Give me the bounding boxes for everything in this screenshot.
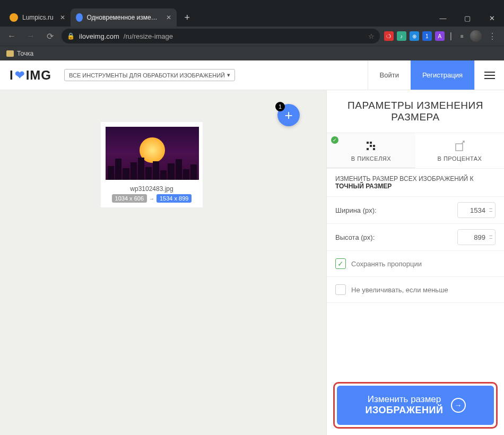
extension-icon[interactable]: 1 bbox=[422, 31, 432, 41]
height-input[interactable]: 899 bbox=[457, 229, 496, 245]
height-label: Высота (px): bbox=[335, 233, 375, 241]
window-controls: — ▢ ✕ bbox=[431, 10, 504, 27]
auth-block: Войти Регистрация bbox=[368, 60, 504, 90]
percent-icon bbox=[415, 141, 504, 152]
svg-rect-2 bbox=[373, 145, 375, 147]
tab-pixels[interactable]: ✓ В ПИКСЕЛЯХ bbox=[327, 133, 415, 168]
heart-icon: ❤ bbox=[15, 68, 25, 82]
aspect-ratio-row: ✓ Сохранять пропорции bbox=[327, 251, 504, 277]
tab-percent[interactable]: В ПРОЦЕНТАХ bbox=[415, 133, 504, 168]
forward-button[interactable]: → bbox=[23, 29, 38, 44]
arrow-right-icon: → bbox=[149, 196, 154, 202]
height-row: Высота (px): 899 bbox=[327, 224, 504, 251]
canvas: + 1 wp3102483.jpg 1034 x 606 → 1534 x 89… bbox=[0, 90, 326, 435]
cta-line1: Изменить размер bbox=[366, 394, 444, 405]
work-area: + 1 wp3102483.jpg 1034 x 606 → 1534 x 89… bbox=[0, 90, 504, 435]
svg-rect-3 bbox=[367, 148, 369, 150]
bookmark-item[interactable]: Точка bbox=[17, 50, 33, 57]
tab-title: Lumpics.ru bbox=[22, 14, 54, 21]
no-upscale-checkbox[interactable] bbox=[335, 284, 346, 295]
url-input[interactable]: 🔒 iloveimg.com/ru/resize-image ☆ bbox=[62, 29, 380, 44]
check-icon: ✓ bbox=[331, 136, 338, 144]
sidebar: ПАРАМЕТРЫ ИЗМЕНЕНИЯ РАЗМЕРА ✓ В ПИКСЕЛЯХ… bbox=[326, 90, 504, 435]
extension-icon[interactable]: A bbox=[435, 31, 445, 41]
section-strong: ТОЧНЫЙ РАЗМЕР bbox=[335, 182, 392, 190]
close-tab-icon[interactable]: ✕ bbox=[166, 14, 171, 21]
svg-rect-0 bbox=[367, 142, 369, 144]
svg-rect-5 bbox=[373, 148, 375, 150]
image-thumbnail[interactable]: wp3102483.jpg 1034 x 606 → 1534 x 899 bbox=[101, 122, 203, 207]
extension-icon[interactable]: ❍ bbox=[384, 31, 394, 41]
browser-titlebar: Lumpics.ru ✕ Одновременное изменение ра … bbox=[0, 0, 504, 27]
preview-image bbox=[106, 127, 199, 180]
resize-mode-tabs: ✓ В ПИКСЕЛЯХ В ПРОЦЕНТАХ bbox=[327, 133, 504, 169]
url-path: /ru/resize-image bbox=[124, 32, 173, 40]
resize-button[interactable]: Изменить размер ИЗОБРАЖЕНИЙ → bbox=[337, 386, 494, 425]
width-row: Ширина (px): 1534 bbox=[327, 197, 504, 224]
svg-rect-6 bbox=[456, 144, 463, 151]
sidebar-title: ПАРАМЕТРЫ ИЗМЕНЕНИЯ РАЗМЕРА bbox=[327, 90, 504, 133]
chevron-down-icon: ▾ bbox=[227, 72, 230, 79]
register-button[interactable]: Регистрация bbox=[411, 60, 474, 90]
login-button[interactable]: Войти bbox=[368, 60, 411, 90]
tab-label: В ПИКСЕЛЯХ bbox=[327, 155, 415, 162]
image-count-badge: 1 bbox=[275, 102, 285, 111]
add-image-button[interactable]: + 1 bbox=[277, 104, 300, 126]
logo-text-pre: I bbox=[10, 68, 14, 83]
new-dimensions: 1534 x 899 bbox=[157, 194, 192, 203]
favicon-icon bbox=[76, 13, 83, 22]
tab-iloveimg[interactable]: Одновременное изменение ра ✕ bbox=[71, 8, 177, 27]
url-host: iloveimg.com bbox=[79, 32, 119, 40]
cta-text: Изменить размер ИЗОБРАЖЕНИЙ bbox=[366, 394, 444, 416]
minimize-button[interactable]: — bbox=[431, 10, 455, 27]
lock-icon: 🔒 bbox=[67, 32, 75, 40]
profile-avatar[interactable] bbox=[470, 30, 482, 42]
tab-label: В ПРОЦЕНТАХ bbox=[415, 155, 504, 162]
cta-highlight: Изменить размер ИЗОБРАЖЕНИЙ → bbox=[333, 382, 498, 429]
menu-button[interactable] bbox=[474, 60, 504, 90]
aspect-ratio-checkbox[interactable]: ✓ bbox=[335, 258, 346, 269]
section-header: ИЗМЕНИТЬ РАЗМЕР ВСЕХ ИЗОБРАЖЕНИЙ К ТОЧНЫ… bbox=[327, 169, 504, 197]
tab-lumpics[interactable]: Lumpics.ru ✕ bbox=[4, 8, 71, 27]
no-upscale-row: Не увеличивать, если меньше bbox=[327, 277, 504, 303]
aspect-ratio-label: Сохранять пропорции bbox=[351, 260, 422, 268]
no-upscale-label: Не увеличивать, если меньше bbox=[351, 286, 448, 294]
tools-dropdown[interactable]: ВСЕ ИНСТРУМЕНТЫ ДЛЯ ОБРАБОТКИ ИЗОБРАЖЕНИ… bbox=[64, 69, 235, 81]
reading-list-icon[interactable]: ≡ bbox=[457, 31, 467, 41]
extension-icon[interactable]: ⊕ bbox=[410, 31, 419, 41]
address-bar: ← → ⟳ 🔒 iloveimg.com/ru/resize-image ☆ ❍… bbox=[0, 27, 504, 46]
cta-line2: ИЗОБРАЖЕНИЙ bbox=[366, 405, 444, 416]
menu-button[interactable]: ⋮ bbox=[485, 29, 500, 44]
site-header: I ❤ IMG ВСЕ ИНСТРУМЕНТЫ ДЛЯ ОБРАБОТКИ ИЗ… bbox=[0, 60, 504, 90]
tab-strip: Lumpics.ru ✕ Одновременное изменение ра … bbox=[0, 8, 195, 27]
tab-title: Одновременное изменение ра bbox=[87, 14, 160, 21]
folder-icon bbox=[6, 50, 14, 57]
extensions: ❍ ♪ ⊕ 1 A | ≡ ⋮ bbox=[384, 29, 500, 44]
back-button[interactable]: ← bbox=[4, 29, 19, 44]
extension-icon[interactable]: ♪ bbox=[397, 31, 406, 41]
reload-button[interactable]: ⟳ bbox=[42, 29, 57, 44]
section-lead: ИЗМЕНИТЬ РАЗМЕР ВСЕХ ИЗОБРАЖЕНИЙ К bbox=[335, 175, 473, 182]
filename: wp3102483.jpg bbox=[106, 185, 198, 193]
arrow-right-icon: → bbox=[451, 398, 466, 413]
new-tab-button[interactable]: + bbox=[180, 10, 195, 25]
old-dimensions: 1034 x 606 bbox=[112, 194, 147, 203]
svg-rect-1 bbox=[370, 142, 372, 144]
width-label: Ширина (px): bbox=[335, 206, 377, 214]
star-icon[interactable]: ☆ bbox=[368, 32, 375, 40]
favicon-icon bbox=[10, 13, 18, 22]
logo-text-post: IMG bbox=[26, 68, 51, 83]
logo[interactable]: I ❤ IMG bbox=[10, 68, 51, 83]
close-tab-icon[interactable]: ✕ bbox=[60, 14, 65, 21]
width-input[interactable]: 1534 bbox=[457, 202, 496, 218]
page-content: I ❤ IMG ВСЕ ИНСТРУМЕНТЫ ДЛЯ ОБРАБОТКИ ИЗ… bbox=[0, 60, 504, 435]
pixels-icon bbox=[327, 141, 415, 152]
tools-label: ВСЕ ИНСТРУМЕНТЫ ДЛЯ ОБРАБОТКИ ИЗОБРАЖЕНИ… bbox=[69, 72, 225, 79]
close-window-button[interactable]: ✕ bbox=[480, 10, 504, 27]
separator: | bbox=[448, 31, 454, 41]
bookmarks-bar: Точка bbox=[0, 46, 504, 60]
dimensions: 1034 x 606 → 1534 x 899 bbox=[106, 194, 198, 203]
maximize-button[interactable]: ▢ bbox=[455, 10, 480, 27]
footer-action: Изменить размер ИЗОБРАЖЕНИЙ → bbox=[327, 376, 504, 435]
svg-rect-4 bbox=[370, 145, 372, 147]
